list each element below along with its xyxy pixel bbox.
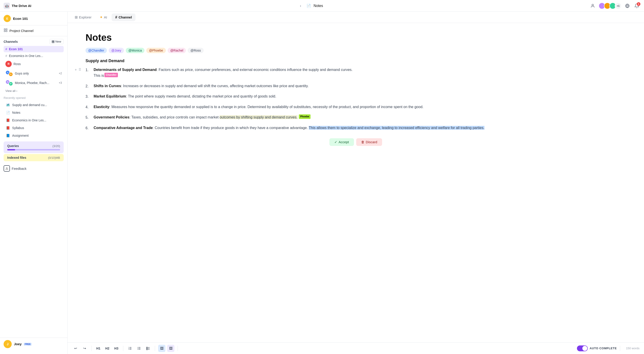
queries-progress-bg [7, 149, 60, 150]
h2-button[interactable]: H2 [104, 345, 111, 352]
dm-guys-only[interactable]: G O Guys only +2 [4, 69, 64, 78]
channel-economics-one[interactable]: # Economics in One Les... [4, 53, 64, 59]
redo-button[interactable]: ↪ [81, 345, 88, 352]
image1-icon: 🖼 [160, 346, 164, 350]
list-unordered-button[interactable] [136, 345, 143, 352]
mention-monica[interactable]: @Monica [126, 48, 144, 53]
recent-assignment[interactable]: 📘 Assignment [4, 132, 64, 139]
project-channel-item[interactable]: Project Channel [0, 26, 67, 36]
svg-rect-9 [53, 42, 54, 43]
mention-phoebe[interactable]: @Phoebe [146, 48, 166, 53]
undo-button[interactable]: ↩ [72, 345, 79, 352]
recent-syllabus[interactable]: 📕 Syllabus [4, 124, 64, 132]
mention-tags: @Chandler @Joey @Monica @Phoebe @Rachel … [86, 48, 626, 53]
app-logo[interactable]: 🤖 The Drive AI [4, 3, 31, 9]
dm-guys-avatar-group: G O [6, 70, 13, 77]
document-list: + ⠿ Determinants of Supply and Demand: F… [86, 67, 626, 131]
user-info: Joey FREE [14, 342, 32, 346]
accept-button[interactable]: ✓ Accept [330, 138, 354, 146]
svg-rect-3 [6, 29, 7, 30]
channel-hash-icon-2: # [6, 54, 7, 58]
autocomplete-switch[interactable] [577, 345, 588, 351]
tab-explorer[interactable]: ⊞ Explorer [71, 13, 95, 21]
list-check-button[interactable] [144, 345, 152, 352]
dm-ross[interactable]: R Ross [4, 60, 64, 69]
list-bold: Elasticity [94, 105, 109, 109]
view-all-chevron: › [16, 89, 17, 93]
list-ordered-button[interactable]: 1. 2. 3. [126, 345, 134, 352]
list-item: Elasticity: Measures how responsive the … [86, 104, 626, 110]
mention-joey[interactable]: @Joey [109, 48, 124, 53]
view-all-label: View all [6, 89, 16, 93]
app-logo-icon: 🤖 [4, 3, 10, 9]
recent-notes-label: Notes [12, 111, 20, 114]
svg-point-16 [138, 347, 138, 347]
view-all-button[interactable]: View all › [4, 88, 64, 94]
user-profile[interactable]: J Joey FREE [0, 337, 67, 350]
dm-monica-group[interactable]: M P Monica, Phoebe, Rach... +3 [4, 78, 64, 87]
discard-button[interactable]: 🗑 Discard [356, 138, 382, 146]
recent-notes[interactable]: 📄 Notes [4, 109, 64, 116]
list-number [86, 67, 91, 78]
dm-ross-label: Ross [14, 62, 21, 66]
list-highlight-blue: This allows them to specialize and excha… [309, 126, 484, 130]
workspace-item[interactable]: E Econ 101 [0, 12, 67, 26]
channel-hash-icon: # [6, 47, 7, 51]
channel-economics-one-label: Economics in One Les... [9, 54, 43, 58]
svg-point-17 [138, 348, 138, 348]
tab-channel[interactable]: # Channel [112, 14, 136, 21]
mention-ross[interactable]: @Ross [188, 48, 204, 53]
user-icon-btn[interactable] [589, 2, 596, 10]
queries-count: (3/20) [52, 144, 60, 148]
mention-rachel[interactable]: @Rachel [168, 48, 186, 53]
h2-label: H2 [105, 346, 109, 350]
page-icon: 📄 [306, 4, 311, 8]
dm-ross-avatar: R [6, 61, 12, 67]
phoebe-cursor: Phoebe [299, 114, 310, 119]
recent-supply[interactable]: 🗺️ Supply and demand cu... [4, 101, 64, 109]
svg-rect-6 [52, 41, 53, 42]
svg-rect-5 [6, 31, 7, 32]
toolbar-divider-2 [123, 346, 123, 351]
list-number [86, 125, 91, 131]
list-item-content: Comparative Advantage and Trade: Countri… [94, 125, 626, 131]
tab-ai[interactable]: ✦ AI [96, 13, 111, 21]
svg-rect-2 [4, 29, 5, 30]
recent-assignment-icon: 📘 [6, 133, 10, 138]
dm-guys-badge: +2 [59, 72, 62, 75]
app-name: The Drive AI [12, 4, 31, 8]
feedback-button[interactable]: ⚠ Feedback [0, 163, 67, 174]
list-extra: This is [94, 74, 104, 78]
list-item: Market Equilibrium: The point where supp… [86, 94, 626, 100]
image1-button[interactable]: 🖼 [158, 345, 166, 352]
word-count: 150 words [626, 346, 640, 350]
image2-button[interactable]: 🖼 [167, 345, 174, 352]
list-text: : Measures how responsive the quantity d… [109, 105, 423, 109]
h1-button[interactable]: H1 [95, 345, 102, 352]
h3-button[interactable]: H3 [113, 345, 120, 352]
channel-econ101[interactable]: # Econ 101 [4, 46, 64, 52]
recently-title: Recently opened [4, 96, 64, 100]
image2-icon: 🖼 [169, 346, 172, 350]
list-text: : Increases or decreases in supply and d… [121, 84, 309, 88]
notification-btn[interactable]: 8 [633, 2, 640, 10]
tab-channel-label: Channel [118, 15, 132, 19]
list-item-content: Elasticity: Measures how responsive the … [94, 104, 626, 110]
indexed-label: Indexed files [7, 156, 26, 159]
workspace-name: Econ 101 [13, 17, 28, 21]
queries-progress-fill [7, 149, 15, 150]
recent-supply-label: Supply and demand cu... [12, 103, 47, 107]
recent-economics[interactable]: 📕 Economics in One Les... [4, 117, 64, 124]
explorer-icon: ⊞ [75, 15, 78, 19]
drag-icon[interactable]: ⠿ [78, 67, 81, 73]
new-channel-button[interactable]: New [49, 39, 64, 44]
mention-chandler[interactable]: @Chandler [86, 48, 107, 53]
back-button[interactable]: ‹ [298, 3, 304, 9]
globe-icon-btn[interactable] [624, 2, 631, 10]
toolbar-divider-4 [178, 346, 178, 351]
add-icon[interactable]: + [75, 67, 77, 73]
user-name: Joey [14, 342, 22, 346]
workspace-avatar: E [4, 15, 11, 22]
h3-label: H3 [114, 346, 118, 350]
list-text: : Factors such as price, consumer prefer… [156, 68, 352, 72]
